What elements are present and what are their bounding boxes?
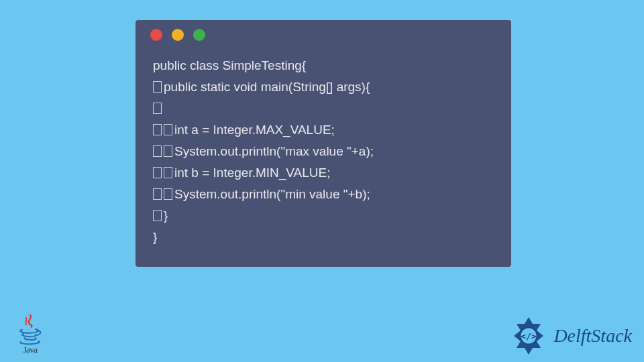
code-line: System.out.println("max value "+a);: [153, 141, 494, 162]
java-cup-icon: [17, 314, 44, 346]
tab-marker-icon: [153, 103, 162, 114]
code-line: int b = Integer.MIN_VALUE;: [153, 162, 494, 184]
code-text: public class SimpleTesting{: [153, 58, 306, 72]
tab-marker-icon: [153, 124, 162, 135]
tab-marker-icon: [153, 167, 162, 178]
maximize-icon[interactable]: [193, 29, 205, 41]
java-label: Java: [13, 345, 47, 355]
code-line: System.out.println("min value "+b);: [153, 184, 494, 205]
tab-marker-icon: [164, 167, 172, 178]
code-text: public static void main(String[] args){: [164, 80, 370, 94]
code-line: public class SimpleTesting{: [153, 55, 494, 76]
tab-marker-icon: [153, 210, 162, 221]
code-window: public class SimpleTesting{public static…: [136, 20, 511, 267]
close-icon[interactable]: [150, 29, 162, 41]
code-line: }: [153, 205, 494, 227]
java-logo: Java: [13, 314, 47, 355]
code-line: }: [153, 227, 494, 248]
svg-text:</>: </>: [521, 331, 537, 341]
code-line: [153, 98, 494, 119]
brand-logo: </> DelftStack: [508, 315, 632, 357]
brand-name: DelftStack: [553, 325, 632, 347]
tab-marker-icon: [164, 188, 172, 200]
minimize-icon[interactable]: [172, 29, 184, 41]
code-line: int a = Integer.MAX_VALUE;: [153, 119, 494, 141]
tab-marker-icon: [164, 145, 172, 157]
code-line: public static void main(String[] args){: [153, 76, 494, 98]
code-text: int b = Integer.MIN_VALUE;: [174, 166, 331, 180]
window-titlebar: [136, 20, 511, 50]
tab-marker-icon: [164, 124, 172, 135]
tab-marker-icon: [153, 188, 162, 200]
tab-marker-icon: [153, 145, 162, 157]
code-block: public class SimpleTesting{public static…: [136, 50, 511, 253]
code-text: }: [153, 230, 157, 244]
delftstack-emblem-icon: </>: [508, 315, 549, 357]
tab-marker-icon: [153, 81, 162, 93]
code-text: int a = Integer.MAX_VALUE;: [174, 123, 335, 137]
code-text: System.out.println("min value "+b);: [174, 187, 370, 201]
code-text: }: [164, 208, 168, 223]
code-text: System.out.println("max value "+a);: [174, 144, 374, 158]
